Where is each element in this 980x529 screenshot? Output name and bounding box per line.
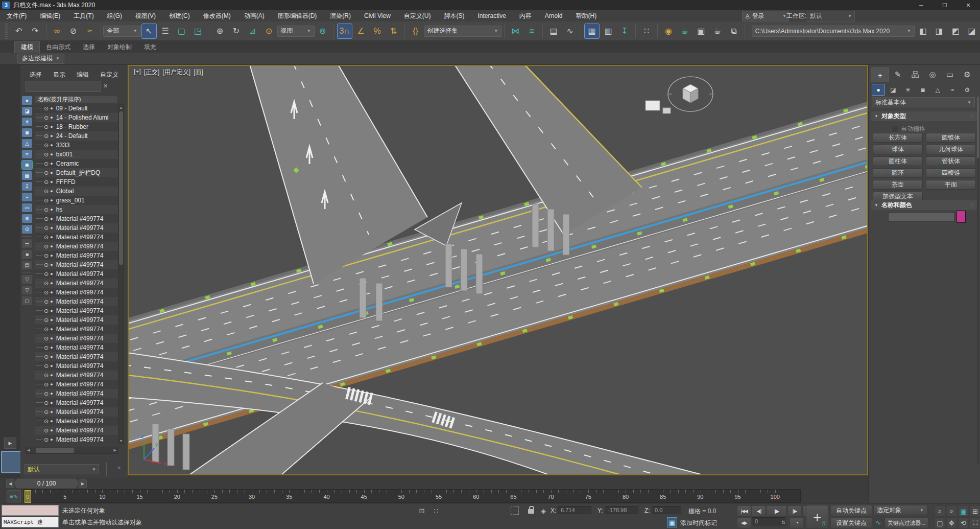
selectability-dot-icon[interactable]: ● bbox=[50, 189, 53, 194]
scene-explorer-row[interactable]: ⊙ ● grass_001 bbox=[35, 196, 118, 205]
object-type-button[interactable]: 管状体 bbox=[926, 156, 976, 166]
scene-explorer-row[interactable]: ⊙ ● Material #499774 bbox=[35, 325, 118, 334]
ribbon-tab-freeform[interactable]: 自由形式 bbox=[40, 42, 77, 53]
visibility-eye-icon[interactable]: ⊙ bbox=[44, 344, 49, 351]
selectability-dot-icon[interactable]: ● bbox=[50, 281, 53, 286]
object-type-button[interactable]: 几何球体 bbox=[926, 145, 976, 154]
visibility-eye-icon[interactable]: ⊙ bbox=[44, 243, 49, 250]
select-and-move-button[interactable]: ⊕ bbox=[212, 24, 228, 39]
mini-curve-editor-button[interactable]: ≡∿ bbox=[7, 490, 21, 502]
visibility-eye-icon[interactable]: ⊙ bbox=[44, 114, 49, 121]
selectability-dot-icon[interactable]: ● bbox=[50, 161, 53, 166]
view-detail-icon[interactable]: ▤ bbox=[22, 261, 32, 269]
checkbox-icon[interactable] bbox=[892, 126, 898, 132]
filter-config-icon[interactable]: ▽ bbox=[22, 275, 32, 284]
filter-objects-icon[interactable]: ▭ bbox=[22, 203, 32, 212]
menu-item[interactable]: Arnold bbox=[538, 10, 569, 21]
zoom-region-icon[interactable]: ▢ bbox=[935, 517, 945, 528]
filter-shapes-icon[interactable]: ◪ bbox=[22, 107, 32, 116]
visibility-eye-icon[interactable]: ⊙ bbox=[44, 170, 49, 176]
object-type-button[interactable]: 平面 bbox=[926, 180, 976, 190]
scene-explorer-row[interactable]: ⊙ ● Ceramic bbox=[35, 159, 118, 168]
visibility-eye-icon[interactable]: ⊙ bbox=[44, 308, 49, 314]
scene-explorer-menu-item[interactable]: 编辑 bbox=[77, 71, 89, 79]
toggle-layer-explorer-button[interactable]: ▥ bbox=[601, 24, 616, 39]
visibility-eye-icon[interactable]: ⊙ bbox=[44, 400, 49, 406]
visibility-eye-icon[interactable]: ⊙ bbox=[44, 289, 49, 296]
subtab-lights-icon[interactable]: ☀ bbox=[901, 84, 915, 96]
selection-region-icon[interactable] bbox=[511, 507, 519, 515]
visibility-eye-icon[interactable]: ⊙ bbox=[44, 390, 49, 397]
filter-helpers-icon[interactable]: △ bbox=[22, 139, 32, 148]
scroll-right-icon[interactable]: ▶ bbox=[114, 448, 116, 452]
workspace-dropdown[interactable]: 默认 ▼ bbox=[807, 11, 855, 21]
tab-modify[interactable]: ✎ bbox=[889, 67, 906, 82]
toggle-scene-explorer-button[interactable]: ▦ bbox=[584, 24, 600, 39]
scene-explorer-row[interactable]: ⊙ ● Material #499774 bbox=[35, 426, 118, 435]
frame-counter[interactable]: 0 / 100 bbox=[14, 478, 79, 489]
project-folder-dropdown[interactable]: C:\Users\Administrator\Documents\3ds Max… bbox=[752, 26, 915, 37]
scroll-down-icon[interactable]: ▼ bbox=[118, 438, 124, 444]
workspace-icon-3[interactable]: ◩ bbox=[948, 24, 963, 39]
visibility-eye-icon[interactable]: ⊙ bbox=[44, 234, 49, 241]
visibility-eye-icon[interactable]: ⊙ bbox=[44, 271, 49, 278]
align-button[interactable]: ≡ bbox=[524, 24, 539, 39]
select-and-rotate-button[interactable]: ↻ bbox=[229, 24, 244, 39]
selectability-dot-icon[interactable]: ● bbox=[50, 290, 53, 295]
selectability-dot-icon[interactable]: ● bbox=[50, 345, 53, 350]
select-and-scale-button[interactable]: ⊿ bbox=[245, 24, 260, 39]
visibility-eye-icon[interactable]: ⊙ bbox=[44, 225, 49, 232]
mirror-button[interactable]: ⋈ bbox=[508, 24, 523, 39]
y-coordinate-field[interactable]: -178.98 bbox=[605, 506, 638, 514]
zoom-extents-icon[interactable]: ▣ bbox=[958, 505, 969, 517]
visibility-eye-icon[interactable]: ⊙ bbox=[44, 372, 49, 379]
time-slider[interactable] bbox=[25, 490, 31, 503]
menu-item[interactable]: 创建(C) bbox=[162, 10, 197, 21]
menu-item[interactable]: 渲染(R) bbox=[323, 10, 357, 21]
close-button[interactable]: ✕ bbox=[957, 0, 980, 10]
create-selection-set-dropdown[interactable]: 创建选择集▼ bbox=[424, 26, 502, 37]
visibility-eye-icon[interactable]: ⊙ bbox=[44, 326, 49, 333]
key-mode-toggle-button[interactable]: ◀▶ bbox=[737, 517, 751, 528]
selectability-dot-icon[interactable]: ● bbox=[50, 179, 53, 185]
search-input[interactable] bbox=[26, 81, 101, 92]
scene-explorer-row[interactable]: ⊙ ● Material #499774 bbox=[35, 233, 118, 242]
menu-item[interactable]: 修改器(M) bbox=[197, 10, 237, 21]
selectability-dot-icon[interactable]: ● bbox=[50, 363, 53, 369]
timeline-track-bar[interactable]: 0510152025303540455055606570758085909510… bbox=[23, 489, 801, 503]
selectability-dot-icon[interactable]: ● bbox=[50, 308, 53, 313]
offset-mode-icon[interactable]: ∷ bbox=[431, 505, 441, 516]
menu-item[interactable]: 动画(A) bbox=[237, 10, 271, 21]
scene-explorer-row[interactable]: ⊙ ● Material #499774 bbox=[35, 398, 118, 407]
selection-lock-icon[interactable] bbox=[528, 509, 534, 514]
visibility-eye-icon[interactable]: ⊙ bbox=[44, 262, 49, 268]
scene-explorer-row[interactable]: ⊙ ● Material #499774 bbox=[35, 380, 118, 389]
scene-explorer-row[interactable]: ⊙ ● Material #499774 bbox=[35, 260, 118, 269]
view-list-icon[interactable]: ☰ bbox=[22, 239, 32, 248]
selectability-dot-icon[interactable]: ● bbox=[50, 170, 53, 175]
visibility-eye-icon[interactable]: ⊙ bbox=[44, 436, 49, 443]
scene-explorer-row[interactable]: ⊙ ● 3333 bbox=[35, 141, 118, 150]
view-blank-icon[interactable]: ■ bbox=[22, 250, 32, 259]
graph-editors-button[interactable]: ∿ bbox=[562, 24, 578, 39]
filter-funnel-icon[interactable]: ▽ bbox=[22, 286, 32, 294]
selectability-dot-icon[interactable]: ● bbox=[50, 336, 53, 341]
visibility-eye-icon[interactable]: ⊙ bbox=[44, 418, 49, 425]
scene-explorer-row[interactable]: ⊙ ● Material #499774 bbox=[35, 306, 118, 315]
visibility-eye-icon[interactable]: ⊙ bbox=[44, 354, 49, 360]
visibility-eye-icon[interactable]: ⊙ bbox=[44, 197, 49, 204]
name-column-header[interactable]: 名称(按升序排序) bbox=[35, 95, 118, 103]
zoom-all-icon[interactable]: ⌕ bbox=[946, 505, 957, 517]
scene-explorer-row[interactable]: ⊙ ● Default_护栏DQ bbox=[35, 168, 118, 177]
selectability-dot-icon[interactable]: ● bbox=[50, 216, 53, 221]
selectability-dot-icon[interactable]: ● bbox=[50, 262, 53, 267]
scene-explorer-row[interactable]: ⊙ ● Material #499774 bbox=[35, 334, 118, 343]
panel-scrollbar[interactable] bbox=[977, 97, 979, 465]
explorer-preset-dropdown[interactable]: 默认▼ bbox=[25, 464, 99, 474]
scene-explorer-row[interactable]: ⊙ ● hs bbox=[35, 205, 118, 214]
scene-explorer-row[interactable]: ⊙ ● Material #499774 bbox=[35, 223, 118, 233]
selectability-dot-icon[interactable]: ● bbox=[50, 299, 53, 304]
spinner-snap-button[interactable]: ⇅ bbox=[386, 24, 401, 39]
z-coordinate-field[interactable]: 0.0 bbox=[652, 506, 681, 514]
frame-spinner-icon[interactable]: ⇅ bbox=[778, 517, 788, 527]
